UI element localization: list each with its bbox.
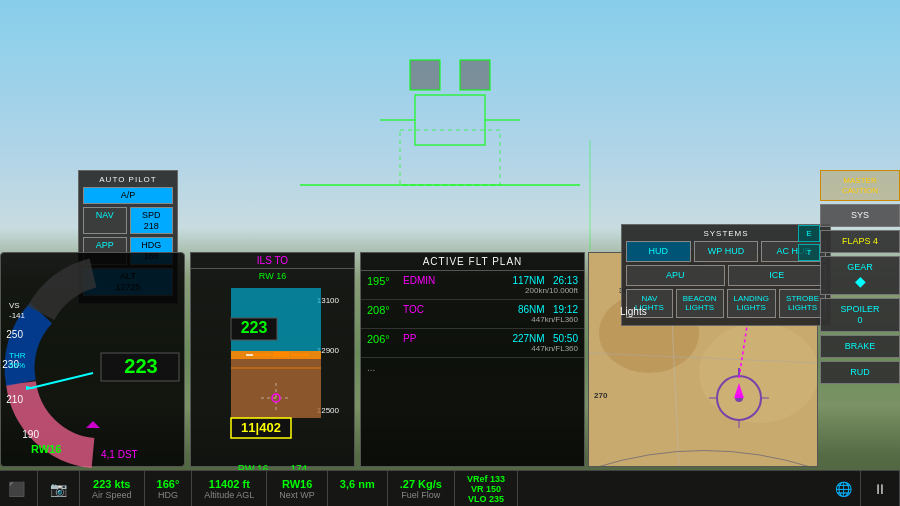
globe-icon: 🌐 xyxy=(835,481,852,497)
svg-text:223: 223 xyxy=(241,319,268,336)
svg-rect-34 xyxy=(273,352,289,357)
systems-row-0: HUD WP HUD AC HUD xyxy=(626,241,826,262)
status-icon-cam[interactable]: 📷 xyxy=(38,471,80,506)
right-panel: MASTERCAUTION SYS FLAPS 4 GEAR◆ SPOILER0… xyxy=(820,170,900,470)
flt-wp-1: TOC xyxy=(403,304,451,315)
ils-gauge: ILS TO RW 16 13100 12900 12500 11|402 22… xyxy=(190,252,355,467)
svg-text:55%: 55% xyxy=(9,361,25,370)
status-altitude: 11402 ft Altitude AGL xyxy=(192,471,267,506)
landing-lights-button[interactable]: LANDINGLIGHTS xyxy=(727,289,777,318)
flt-dist-1: 86NM 19:12 xyxy=(518,304,578,315)
svg-text:RW16: RW16 xyxy=(31,443,61,455)
svg-text:250: 250 xyxy=(6,329,23,340)
svg-marker-22 xyxy=(86,421,100,428)
flt-dots: ... xyxy=(361,358,584,377)
airspeed-label: Air Speed xyxy=(92,490,132,500)
flight-plan-panel: ACTIVE FLT PLAN 195° EDMIN 117NM 26:13 2… xyxy=(360,252,585,467)
svg-text:270: 270 xyxy=(594,391,608,400)
systems-row-2: NAVLIGHTS BEACONLIGHTS LANDINGLIGHTS STR… xyxy=(626,289,826,318)
status-next-wp: RW16 Next WP xyxy=(267,471,328,506)
flt-wp-2: PP xyxy=(403,333,451,344)
flt-row-0: 195° EDMIN 117NM 26:13 200kn/10.000ft xyxy=(361,271,584,300)
hdg-label: HDG xyxy=(158,490,178,500)
status-icon-left1[interactable]: ⬛ xyxy=(0,471,38,506)
flt-row-2: 206° PP 227NM 50:50 447kn/FL360 xyxy=(361,329,584,358)
fuel-value: .27 Kg/s xyxy=(400,478,442,490)
next-wp-label: Next WP xyxy=(279,490,315,500)
flt-sub-1: 447kn/FL360 xyxy=(518,315,578,324)
nav-lights-button[interactable]: NAVLIGHTS xyxy=(626,289,673,318)
wp-hud-button[interactable]: WP HUD xyxy=(694,241,759,262)
rud-button[interactable]: RUD xyxy=(820,361,900,384)
spoiler-button[interactable]: SPOILER0 xyxy=(820,298,900,332)
right-side-tabs: E T xyxy=(798,225,820,261)
svg-text:210: 210 xyxy=(6,394,23,405)
brake-button[interactable]: BRAKE xyxy=(820,335,900,358)
flt-sub-2: 447kn/FL360 xyxy=(512,344,578,353)
dist-value: 3,6 nm xyxy=(340,478,375,490)
flt-deg-0: 195° xyxy=(367,275,403,287)
flt-dist-0: 117NM 26:13 xyxy=(512,275,578,286)
screen-icon: ⬛ xyxy=(8,481,25,497)
vr-value: VR 150 xyxy=(471,484,501,494)
systems-row-1: APU ICE xyxy=(626,265,826,286)
status-fuel: .27 Kg/s Fuel Flow xyxy=(388,471,455,506)
autopilot-title: AUTO PILOT xyxy=(83,175,173,184)
strobe-lights-button[interactable]: STROBELIGHTS xyxy=(779,289,826,318)
svg-text:THR: THR xyxy=(9,351,26,360)
flight-plan-title: ACTIVE FLT PLAN xyxy=(361,253,584,271)
flt-deg-2: 206° xyxy=(367,333,403,345)
beacon-lights-button[interactable]: BEACONLIGHTS xyxy=(676,289,724,318)
svg-text:VS: VS xyxy=(9,301,20,310)
ils-svg: 13100 12900 12500 11|402 223 xyxy=(191,283,356,458)
nav-button[interactable]: NAV xyxy=(83,207,127,235)
apu-button[interactable]: APU xyxy=(626,265,725,286)
svg-text:-141: -141 xyxy=(9,311,26,320)
flt-sub-0: 200kn/10.000ft xyxy=(512,286,578,295)
hud-button[interactable]: HUD xyxy=(626,241,691,262)
camera-icon: 📷 xyxy=(50,481,67,497)
svg-text:190: 190 xyxy=(22,429,39,440)
speed-gauge-svg: 250 230 210 190 VS -141 THR 55% 223 RW16… xyxy=(1,253,186,468)
ils-runway-top: RW 16 xyxy=(191,269,354,283)
status-dist: 3,6 nm xyxy=(328,471,388,506)
ice-button[interactable]: ICE xyxy=(728,265,827,286)
dist-label xyxy=(356,490,359,500)
status-hdg: 166° HDG xyxy=(145,471,193,506)
airspeed-value: 223 kts xyxy=(93,478,130,490)
flt-wp-0: EDMIN xyxy=(403,275,451,286)
vref-value: VRef 133 xyxy=(467,474,505,484)
svg-text:11|402: 11|402 xyxy=(241,420,281,435)
pause-icon: ⏸ xyxy=(873,481,887,497)
status-bar: ⬛ 📷 223 kts Air Speed 166° HDG 11402 ft … xyxy=(0,470,900,506)
flt-row-1: 208° TOC 86NM 19:12 447kn/FL360 xyxy=(361,300,584,329)
ap-button[interactable]: A/P xyxy=(83,187,173,204)
status-vref: VRef 133 VR 150 VLO 235 xyxy=(455,471,518,506)
systems-title: SYSTEMS xyxy=(626,229,826,238)
ils-header: ILS TO xyxy=(191,253,354,269)
spd-button[interactable]: SPD218 xyxy=(130,207,174,235)
master-caution-button[interactable]: MASTERCAUTION xyxy=(820,170,900,201)
svg-text:223: 223 xyxy=(124,355,157,377)
status-airspeed: 223 kts Air Speed xyxy=(80,471,145,506)
fuel-label: Fuel Flow xyxy=(401,490,440,500)
flt-dist-2: 227NM 50:50 xyxy=(512,333,578,344)
svg-text:4,1 DST: 4,1 DST xyxy=(101,449,138,460)
side-tab-t[interactable]: T xyxy=(798,244,820,261)
svg-line-18 xyxy=(31,373,93,388)
altitude-value: 11402 ft xyxy=(209,478,250,490)
side-tab-e[interactable]: E xyxy=(798,225,820,242)
vlo-value: VLO 235 xyxy=(468,494,504,504)
sys-button[interactable]: SYS xyxy=(820,204,900,227)
flt-deg-1: 208° xyxy=(367,304,403,316)
status-pause[interactable]: ⏸ xyxy=(861,471,900,506)
hdg-value: 166° xyxy=(157,478,180,490)
flaps-button[interactable]: FLAPS 4 xyxy=(820,230,900,253)
speed-gauge: 250 230 210 190 VS -141 THR 55% 223 RW16… xyxy=(0,252,185,467)
status-globe[interactable]: 🌐 xyxy=(827,471,861,506)
next-wp-value: RW16 xyxy=(282,478,312,490)
altitude-label: Altitude AGL xyxy=(204,490,254,500)
gear-button[interactable]: GEAR◆ xyxy=(820,256,900,296)
